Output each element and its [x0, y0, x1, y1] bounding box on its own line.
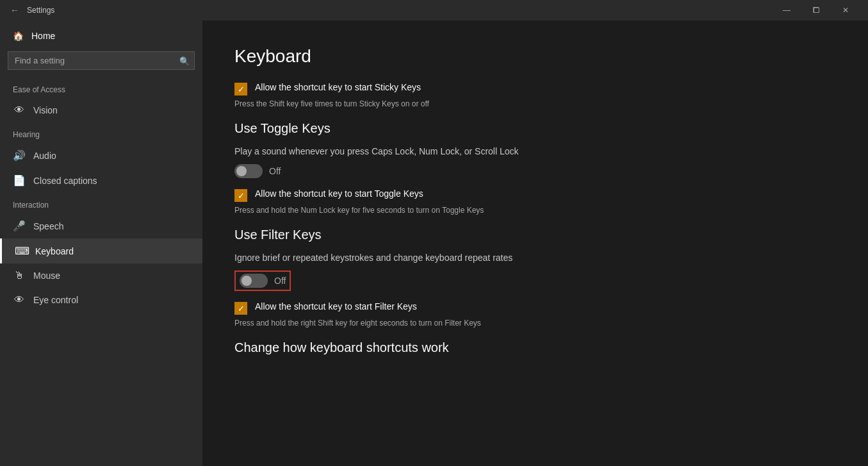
page-title: Keyboard	[234, 46, 836, 67]
back-button[interactable]: ←	[8, 3, 22, 18]
closed-captions-icon: 📄	[13, 174, 26, 187]
sidebar-speech-label: Speech	[33, 221, 63, 231]
content-area: Keyboard ✓ Allow the shortcut key to sta…	[202, 21, 868, 466]
audio-icon: 🔊	[13, 149, 26, 162]
filter-keys-toggle-highlighted: Off	[234, 270, 291, 291]
sidebar-item-mouse[interactable]: 🖱 Mouse	[0, 263, 202, 288]
keyboard-shortcuts-section: Change how keyboard shortcuts work	[234, 340, 836, 355]
minimize-button[interactable]: —	[772, 0, 801, 21]
toggle-keys-section: Use Toggle Keys Play a sound whenever yo…	[234, 121, 836, 215]
titlebar: ← Settings — ⧠ ✕	[0, 0, 868, 21]
sidebar-item-eye-control[interactable]: 👁 Eye control	[0, 288, 202, 312]
titlebar-title: Settings	[27, 6, 54, 15]
sticky-keys-checkbox-row: ✓ Allow the shortcut key to start Sticky…	[234, 82, 836, 96]
toggle-keys-checkbox-label: Allow the shortcut key to start Toggle K…	[255, 188, 423, 199]
filter-keys-checkbox-label: Allow the shortcut key to start Filter K…	[255, 301, 417, 312]
keyboard-icon: ⌨	[15, 245, 28, 257]
filter-keys-toggle-row: Off	[234, 270, 836, 291]
sidebar-item-vision[interactable]: 👁 Vision	[0, 98, 202, 122]
checkmark-icon-2: ✓	[238, 191, 245, 201]
checkmark-icon: ✓	[238, 85, 245, 94]
checkmark-icon-3: ✓	[238, 304, 245, 313]
filter-keys-heading: Use Filter Keys	[234, 228, 836, 242]
filter-keys-checkbox-row: ✓ Allow the shortcut key to start Filter…	[234, 301, 836, 315]
search-input[interactable]	[8, 51, 195, 70]
sidebar-mouse-label: Mouse	[33, 270, 60, 281]
keyboard-shortcuts-heading: Change how keyboard shortcuts work	[234, 340, 836, 355]
sidebar-audio-label: Audio	[33, 151, 56, 161]
titlebar-left: ← Settings	[8, 3, 54, 18]
vision-icon: 👁	[13, 104, 26, 116]
sticky-keys-label: Allow the shortcut key to start Sticky K…	[255, 82, 421, 92]
toggle-keys-toggle[interactable]	[234, 164, 263, 178]
toggle-keys-checkbox-helper: Press and hold the Num Lock key for five…	[234, 206, 836, 215]
filter-keys-section: Use Filter Keys Ignore brief or repeated…	[234, 228, 836, 328]
mouse-icon: 🖱	[13, 270, 26, 281]
toggle-keys-description: Play a sound whenever you press Caps Loc…	[234, 146, 836, 156]
sidebar-eye-control-label: Eye control	[33, 295, 78, 305]
sidebar-item-keyboard[interactable]: ⌨ Keyboard	[0, 238, 202, 263]
toggle-keys-heading: Use Toggle Keys	[234, 121, 836, 136]
toggle-keys-knob	[236, 166, 247, 176]
hearing-section-label: Hearing	[0, 122, 202, 143]
toggle-keys-toggle-row: Off	[234, 164, 836, 178]
filter-keys-knob	[242, 276, 252, 286]
sidebar-keyboard-label: Keyboard	[35, 246, 74, 256]
toggle-keys-state-label: Off	[269, 166, 281, 176]
filter-keys-description: Ignore brief or repeated keystrokes and …	[234, 253, 836, 263]
filter-keys-state-label: Off	[274, 276, 286, 286]
sticky-keys-checkbox[interactable]: ✓	[234, 83, 247, 96]
titlebar-controls: — ⧠ ✕	[772, 0, 860, 21]
search-icon: 🔍	[179, 56, 190, 65]
close-button[interactable]: ✕	[831, 0, 860, 21]
sticky-keys-helper: Press the Shift key five times to turn S…	[234, 99, 836, 108]
interaction-section-label: Interaction	[0, 193, 202, 213]
toggle-keys-checkbox[interactable]: ✓	[234, 189, 247, 202]
sidebar-item-home[interactable]: 🏠 Home	[0, 21, 202, 51]
filter-keys-toggle[interactable]	[240, 274, 268, 288]
speech-icon: 🎤	[13, 220, 26, 232]
maximize-button[interactable]: ⧠	[801, 0, 831, 21]
filter-keys-checkbox-helper: Press and hold the right Shift key for e…	[234, 319, 836, 328]
ease-of-access-section-label: Ease of Access	[0, 78, 202, 98]
sidebar-search-container: 🔍	[8, 51, 195, 70]
sidebar-item-speech[interactable]: 🎤 Speech	[0, 213, 202, 238]
sidebar: 🏠 Home 🔍 Ease of Access 👁 Vision Hearing…	[0, 21, 202, 466]
eye-control-icon: 👁	[13, 294, 26, 306]
home-icon: 🏠	[13, 31, 24, 41]
main-layout: 🏠 Home 🔍 Ease of Access 👁 Vision Hearing…	[0, 21, 868, 466]
toggle-keys-checkbox-row: ✓ Allow the shortcut key to start Toggle…	[234, 188, 836, 202]
filter-keys-checkbox[interactable]: ✓	[234, 302, 247, 315]
home-label: Home	[31, 31, 55, 41]
sidebar-item-audio[interactable]: 🔊 Audio	[0, 143, 202, 168]
sidebar-vision-label: Vision	[33, 105, 58, 115]
sidebar-item-closed-captions[interactable]: 📄 Closed captions	[0, 168, 202, 193]
sidebar-closed-captions-label: Closed captions	[33, 176, 97, 186]
